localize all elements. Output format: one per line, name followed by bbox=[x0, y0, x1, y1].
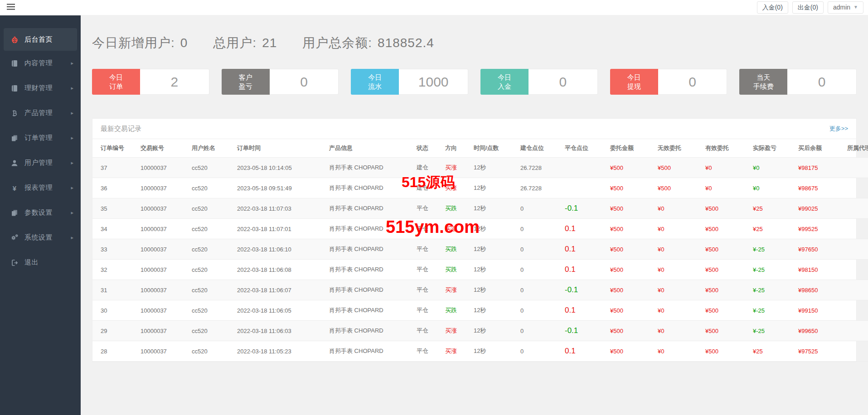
panel-title: 最新交易记录 bbox=[101, 125, 141, 133]
cell-invalid-entrust: ¥0 bbox=[656, 239, 703, 260]
withdraw-button[interactable]: 出金(0) bbox=[792, 1, 824, 14]
sidebar-item-params[interactable]: 参数设置▸ bbox=[0, 200, 81, 225]
cell-status: 平仓 bbox=[415, 321, 443, 341]
col-time-points: 时间/点数 bbox=[472, 139, 519, 158]
card-customer-pnl: 客户盈亏0 bbox=[222, 69, 339, 95]
cell-actual-pnl: ¥-25 bbox=[751, 260, 796, 280]
bitcoin-icon bbox=[10, 110, 19, 117]
cell-order-no: 36 bbox=[92, 178, 139, 198]
card-today-deposit: 今日入金0 bbox=[480, 69, 598, 95]
cell-invalid-entrust: ¥0 bbox=[656, 260, 703, 280]
cell-close-point: 0.1 bbox=[563, 219, 608, 239]
cell-invalid-entrust: ¥0 bbox=[656, 198, 703, 219]
cell-invalid-entrust: ¥0 bbox=[656, 321, 703, 341]
sidebar-item-logout[interactable]: 退出 bbox=[0, 250, 81, 275]
cell-invalid-entrust: ¥500 bbox=[656, 178, 703, 198]
col-order-time: 订单时间 bbox=[235, 139, 327, 158]
card-label: 今日流水 bbox=[351, 69, 399, 95]
cell-invalid-entrust: ¥500 bbox=[656, 158, 703, 178]
card-label: 今日入金 bbox=[480, 69, 529, 95]
table-row: 3510000037cc5202022-03-18 11:07:03肖邦手表 C… bbox=[92, 198, 868, 219]
table-row: 3010000037cc5202022-03-18 11:06:05肖邦手表 C… bbox=[92, 300, 868, 321]
sidebar-item-label: 用户管理 bbox=[24, 159, 53, 167]
col-close-point: 平仓点位 bbox=[563, 139, 608, 158]
cell-balance-after: ¥99025 bbox=[796, 198, 845, 219]
stat-total-balance: 用户总余额:818852.4 bbox=[302, 34, 434, 52]
cell-entrust-amount: ¥500 bbox=[608, 280, 656, 300]
cell-direction: 买涨 bbox=[443, 219, 472, 239]
logout-icon bbox=[10, 259, 19, 266]
cell-account: 10000037 bbox=[139, 198, 190, 219]
cell-close-point: -0.1 bbox=[563, 321, 608, 341]
cell-open-point: 26.7228 bbox=[519, 158, 563, 178]
cell-order-no: 29 bbox=[92, 321, 139, 341]
caret-down-icon: ▼ bbox=[853, 5, 858, 10]
cell-actual-pnl: ¥25 bbox=[751, 219, 796, 239]
sidebar-item-user[interactable]: 用户管理▸ bbox=[0, 150, 81, 175]
cell-product: 肖邦手表 CHOPARD bbox=[327, 158, 415, 178]
sidebar-item-order[interactable]: 订单管理▸ bbox=[0, 125, 81, 150]
cell-time-points: 12秒 bbox=[472, 178, 519, 198]
cell-time-points: 12秒 bbox=[472, 321, 519, 341]
sidebar-item-finance[interactable]: 理财管理▸ bbox=[0, 76, 81, 101]
deposit-button[interactable]: 入金(0) bbox=[757, 1, 788, 14]
sidebar-item-system[interactable]: 系统设置▸ bbox=[0, 225, 81, 250]
card-label: 客户盈亏 bbox=[222, 69, 270, 95]
hamburger-icon bbox=[6, 3, 15, 12]
table-row: 3110000037cc5202022-03-18 11:06:07肖邦手表 C… bbox=[92, 280, 868, 300]
cell-order-no: 33 bbox=[92, 239, 139, 260]
cell-order-time: 2022-03-18 11:06:10 bbox=[235, 239, 327, 260]
cell-order-no: 37 bbox=[92, 158, 139, 178]
admin-username: admin bbox=[833, 4, 850, 11]
cell-status: 平仓 bbox=[415, 239, 443, 260]
sidebar-item-label: 参数设置 bbox=[24, 208, 53, 217]
table-row: 2910000037cc5202022-03-18 11:06:03肖邦手表 C… bbox=[92, 321, 868, 341]
cell-time-points: 12秒 bbox=[472, 280, 519, 300]
yen-icon: ¥ bbox=[10, 184, 19, 192]
cell-entrust-amount: ¥500 bbox=[608, 239, 656, 260]
svg-text:¥: ¥ bbox=[13, 184, 17, 192]
cell-status: 平仓 bbox=[415, 300, 443, 321]
cell-order-no: 34 bbox=[92, 219, 139, 239]
cell-direction: 买涨 bbox=[443, 321, 472, 341]
card-today-fee: 当天手续费0 bbox=[739, 69, 857, 95]
sidebar-item-product[interactable]: 产品管理▸ bbox=[0, 101, 81, 125]
stat-total-users: 总用户:21 bbox=[213, 34, 277, 52]
sidebar-item-label: 系统设置 bbox=[24, 233, 53, 242]
col-status: 状态 bbox=[415, 139, 443, 158]
cell-time-points: 12秒 bbox=[472, 219, 519, 239]
cell-close-point: -0.1 bbox=[563, 280, 608, 300]
cell-product: 肖邦手表 CHOPARD bbox=[327, 300, 415, 321]
sidebar-item-home[interactable]: 后台首页 bbox=[4, 28, 77, 51]
cell-direction: 买跌 bbox=[443, 260, 472, 280]
cell-order-time: 2022-03-18 11:06:07 bbox=[235, 280, 327, 300]
cell-entrust-amount: ¥500 bbox=[608, 300, 656, 321]
stat-value: 818852.4 bbox=[378, 36, 434, 50]
stat-cards: 今日订单2客户盈亏0今日流水1000今日入金0今日提现0当天手续费0 bbox=[92, 69, 857, 95]
cell-product: 肖邦手表 CHOPARD bbox=[327, 260, 415, 280]
card-label: 今日订单 bbox=[92, 69, 140, 95]
cell-balance-after: ¥99525 bbox=[796, 219, 845, 239]
cell-time-points: 12秒 bbox=[472, 341, 519, 362]
sidebar-item-report[interactable]: ¥报表管理▸ bbox=[0, 175, 81, 200]
sidebar-toggle-button[interactable] bbox=[5, 2, 17, 14]
table-row: 3310000037cc5202022-03-18 11:06:10肖邦手表 C… bbox=[92, 239, 868, 260]
cell-account: 10000037 bbox=[139, 260, 190, 280]
cell-time-points: 12秒 bbox=[472, 158, 519, 178]
latest-trades-panel: 最新交易记录 更多>> 订单编号交易账号用户姓名订单时间产品信息状态方向时间/点… bbox=[92, 118, 857, 362]
sidebar-item-content[interactable]: 内容管理▸ bbox=[0, 51, 81, 76]
admin-menu[interactable]: admin ▼ bbox=[828, 1, 863, 14]
book-icon bbox=[10, 60, 19, 67]
cell-valid-entrust: ¥500 bbox=[703, 321, 751, 341]
cell-entrust-amount: ¥500 bbox=[608, 260, 656, 280]
cell-product: 肖邦手表 CHOPARD bbox=[327, 198, 415, 219]
cell-balance-after: ¥99150 bbox=[796, 300, 845, 321]
card-today-orders: 今日订单2 bbox=[92, 69, 209, 95]
col-valid-entrust: 有效委托 bbox=[703, 139, 751, 158]
card-today-flow: 今日流水1000 bbox=[351, 69, 468, 95]
table-row: 3410000037cc5202022-03-18 11:07:01肖邦手表 C… bbox=[92, 219, 868, 239]
cell-direction: 买涨 bbox=[443, 158, 472, 178]
more-link[interactable]: 更多>> bbox=[829, 125, 848, 133]
main-content: 今日新增用户:0总用户:21用户总余额:818852.4 今日订单2客户盈亏0今… bbox=[81, 34, 868, 362]
cell-status: 平仓 bbox=[415, 198, 443, 219]
